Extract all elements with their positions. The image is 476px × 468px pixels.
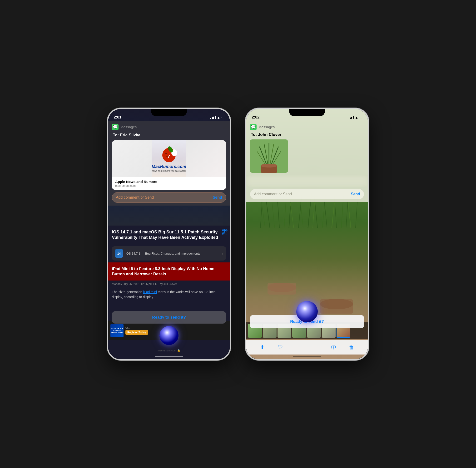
signal-bar-2-3 (353, 116, 354, 119)
macrumors-logo-container: ? MacRumors.com news and rumors you care… (152, 140, 186, 177)
home-indicator-2 (293, 356, 321, 357)
comment-bar-1[interactable]: Add comment or Send Send (112, 192, 226, 203)
svg-point-5 (165, 153, 167, 154)
article-body: The sixth-generation iPad mini that's in… (108, 288, 230, 301)
link-preview-info: Apple News and Rumors macrumors.com (112, 177, 226, 190)
ipad-mini-link[interactable]: iPad mini (143, 290, 157, 294)
share-app-name-1: Messages (120, 125, 137, 129)
signal-bar-2 (212, 117, 213, 119)
messages-icon-2: 💬 (250, 124, 257, 130)
photo-thumbnail (250, 139, 288, 173)
siri-orb-2[interactable] (296, 301, 318, 322)
info-icon-toolbar[interactable]: ⓘ (331, 344, 336, 351)
svg-rect-30 (320, 299, 353, 314)
signal-bar-4 (215, 116, 216, 119)
phone-1: 2:01 ▲ ▭ 💬 Messages (107, 108, 231, 360)
time-2: 2:02 (252, 115, 259, 119)
share-to-2: To: John Clover (250, 132, 364, 137)
photo-thumbnail-inner (250, 139, 288, 173)
phone-2: 2:02 ▲ ▭ 💬 Messages To: John Cl (245, 108, 369, 360)
link-preview-title: Apple News and Rumors (115, 180, 223, 184)
macrumors-tagline: news and rumors you care about (152, 170, 186, 172)
macrumors-apple-svg: ? (160, 145, 178, 164)
status-icons-1: ▲ ▭ (210, 116, 224, 119)
wifi-icon-2: ▲ (355, 116, 358, 119)
signal-bar-2-1 (350, 117, 351, 119)
article-headline-dark: iOS 14.7.1 and macOS Big Sur 11.5.1 Patc… (108, 226, 230, 245)
share-to-1: To: Eric Slivka (112, 133, 226, 137)
thumbnail-svg (250, 139, 288, 173)
phone2-screen: 2:02 ▲ ▭ 💬 Messages To: John Cl (246, 109, 368, 359)
signal-bar-1 (210, 118, 211, 119)
headline-text-2: iPad Mini 6 to Feature 8.3-Inch Display … (112, 266, 226, 277)
trash-icon-toolbar[interactable]: 🗑 (349, 344, 354, 351)
headline-text-1: iOS 14.7.1 and macOS Big Sur 11.5.1 Patc… (112, 229, 226, 241)
comment-placeholder-2: Add comment or Send (254, 192, 292, 196)
messages-icon-1: 💬 (112, 124, 119, 130)
battery-icon-2: ▭ (359, 116, 362, 119)
share-sheet-1: 💬 Messages To: Eric Slivka (108, 121, 230, 205)
comment-bar-2[interactable]: Add comment or Send Send (250, 189, 364, 199)
signal-bar-3 (213, 117, 214, 119)
ios-update-text: iOS 14.7.1 — Bug Fixes, Changes, and Imp… (126, 252, 219, 255)
svg-rect-28 (268, 283, 296, 294)
phone1-screen: 2:01 ▲ ▭ 💬 Messages (108, 109, 230, 359)
macrumors-site-name: MacRumors.com (152, 164, 186, 169)
wifi-icon-1: ▲ (217, 116, 220, 119)
bottom-url-bar: macrumors.com 🔒 (108, 349, 230, 352)
ios-icon: 14 (115, 249, 123, 258)
notch-2 (289, 109, 325, 116)
siri-orb-1[interactable] (160, 326, 178, 345)
signal-bar-2-2 (351, 117, 352, 119)
notch-1 (151, 109, 187, 116)
share-header-2: 💬 Messages (250, 124, 364, 130)
link-preview-image: ? MacRumors.com news and rumors you care… (112, 140, 226, 177)
ad-subtitle: Cl... (125, 326, 227, 329)
signal-bars-1 (210, 116, 216, 119)
article-meta: Monday July 26, 2021 12:26 pm PDT by Jul… (108, 280, 230, 288)
article-headline-red: iPad Mini 6 to Feature 8.3-Inch Display … (108, 263, 230, 280)
ad-logo-text: INSTITUTE FORBUSINESSTECHNOLOGY (111, 328, 123, 334)
svg-point-40 (261, 164, 277, 167)
link-preview-card: ? MacRumors.com news and rumors you care… (112, 140, 226, 190)
share-icon-toolbar[interactable]: ⬆ (260, 344, 265, 351)
chevron-right-icon: › (222, 251, 223, 256)
battery-icon-1: ▭ (221, 116, 224, 119)
status-icons-2: ▲ ▭ (350, 116, 362, 119)
ready-to-send-1[interactable]: Ready to send it? (112, 311, 226, 323)
svg-rect-3 (168, 147, 169, 150)
share-sheet-2: 💬 Messages To: John Clover (246, 121, 368, 202)
ad-cta-button[interactable]: Register Today (125, 330, 148, 335)
time-1: 2:01 (114, 115, 121, 119)
ad-logo: INSTITUTE FORBUSINESSTECHNOLOGY (110, 324, 123, 337)
blurred-photo-area (246, 175, 368, 187)
share-app-name-2: Messages (258, 125, 275, 129)
share-header-1: 💬 Messages (112, 124, 226, 130)
bottom-toolbar: ⬆ ♡ ⓘ 🗑 (246, 340, 368, 354)
send-button-2[interactable]: Send (351, 192, 360, 196)
home-indicator-1 (155, 356, 183, 357)
send-button-1[interactable]: Send (213, 195, 222, 200)
article-tag-1: AppWit (222, 228, 227, 236)
comment-placeholder-1: Add comment or Send (116, 195, 154, 200)
signal-bars-2 (350, 116, 354, 119)
ios-update-card[interactable]: 14 iOS 14.7.1 — Bug Fixes, Changes, and … (112, 246, 226, 261)
link-preview-url: macrumors.com (115, 184, 223, 188)
heart-icon-toolbar[interactable]: ♡ (278, 344, 283, 351)
